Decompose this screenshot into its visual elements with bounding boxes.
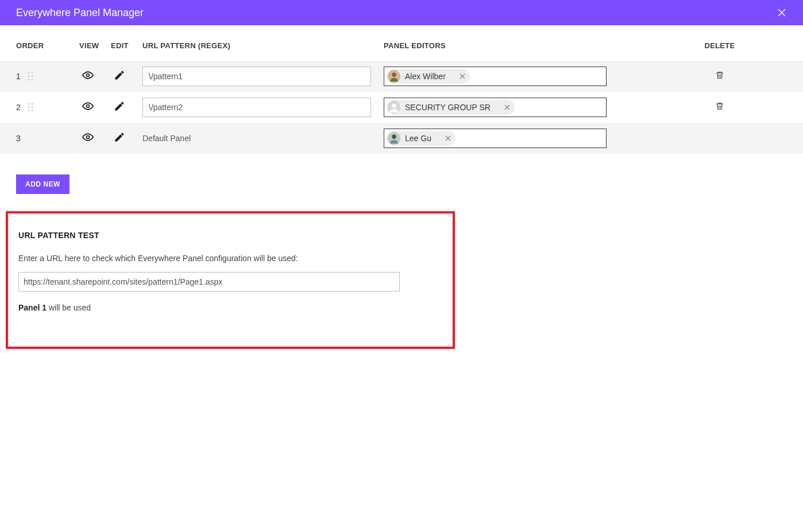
table-row: 1 Alex Wilber [0, 61, 803, 92]
order-cell: 3 [16, 134, 79, 143]
test-panel-description: Enter a URL here to check which Everywhe… [18, 254, 442, 263]
eye-icon[interactable] [79, 100, 96, 112]
order-number: 2 [16, 103, 21, 112]
chip-remove-icon[interactable] [445, 135, 451, 141]
order-number: 1 [16, 72, 21, 81]
add-new-button[interactable]: ADD NEW [16, 174, 70, 194]
avatar [388, 132, 400, 145]
svg-point-18 [31, 107, 33, 108]
drag-handle-icon[interactable] [28, 72, 33, 81]
url-pattern-input[interactable] [142, 98, 371, 117]
dialog-header: Everywhere Panel Manager [0, 0, 803, 25]
panel-editors-picker[interactable]: Alex Wilber [384, 67, 607, 86]
test-panel-title: URL PATTERN TEST [18, 231, 442, 240]
svg-point-20 [31, 110, 33, 112]
trash-icon[interactable] [715, 101, 724, 111]
url-pattern-test-panel: URL PATTERN TEST Enter a URL here to che… [6, 211, 455, 349]
table-header-row: ORDER VIEW EDIT URL PATTERN (REGEX) PANE… [0, 33, 803, 57]
drag-handle-icon[interactable] [28, 103, 33, 112]
pencil-icon[interactable] [111, 69, 128, 81]
test-result-suffix: will be used [47, 303, 91, 312]
test-result-text: Panel 1 will be used [18, 303, 442, 312]
avatar [388, 101, 400, 114]
svg-point-16 [31, 103, 33, 105]
svg-point-19 [28, 110, 29, 112]
svg-point-7 [31, 79, 33, 81]
table-row: 3 Default Panel Lee Gu [0, 123, 803, 154]
order-cell: 2 [16, 103, 79, 112]
url-pattern-text: Default Panel [142, 134, 191, 143]
editor-name: SECURITY GROUP SR [405, 103, 491, 112]
col-header-view: VIEW [79, 41, 111, 50]
svg-point-2 [28, 72, 29, 74]
col-header-panel-editors: PANEL EDITORS [384, 41, 642, 50]
svg-point-28 [87, 136, 90, 139]
svg-point-6 [28, 79, 29, 81]
panel-editors-picker[interactable]: Lee Gu [384, 129, 607, 148]
editor-name: Alex Wilber [405, 72, 446, 81]
col-header-url-pattern: URL PATTERN (REGEX) [142, 41, 384, 50]
svg-point-3 [31, 72, 33, 74]
test-result-panel-name: Panel 1 [18, 303, 47, 312]
svg-point-8 [87, 74, 90, 77]
svg-point-5 [31, 76, 33, 77]
chip-remove-icon[interactable] [460, 73, 465, 79]
test-url-input[interactable] [18, 272, 400, 292]
panels-table: ORDER VIEW EDIT URL PATTERN (REGEX) PANE… [0, 33, 803, 154]
svg-point-15 [28, 103, 29, 105]
col-header-order: ORDER [16, 41, 79, 50]
svg-point-10 [392, 73, 396, 77]
table-row: 2 SECURITY GROU [0, 92, 803, 123]
table-body: 1 Alex Wilber [0, 61, 803, 154]
url-pattern-input[interactable] [142, 67, 371, 86]
svg-point-23 [392, 103, 396, 108]
chip-remove-icon[interactable] [504, 104, 510, 110]
svg-point-4 [28, 76, 29, 77]
order-cell: 1 [16, 72, 79, 81]
editor-chip: SECURITY GROUP SR [387, 100, 515, 115]
editor-name: Lee Gu [405, 134, 431, 143]
svg-point-30 [392, 135, 396, 139]
dialog-title: Everywhere Panel Manager [16, 7, 144, 19]
editor-chip: Alex Wilber [387, 69, 470, 84]
close-icon[interactable] [777, 7, 787, 18]
pencil-icon[interactable] [111, 131, 128, 143]
col-header-delete: DELETE [642, 41, 797, 50]
col-header-edit: EDIT [111, 41, 142, 50]
order-number: 3 [16, 134, 21, 143]
panel-editors-picker[interactable]: SECURITY GROUP SR [384, 98, 607, 117]
avatar [388, 70, 400, 83]
svg-point-17 [28, 107, 29, 108]
eye-icon[interactable] [79, 131, 96, 143]
editor-chip: Lee Gu [387, 131, 455, 146]
pencil-icon[interactable] [111, 100, 128, 112]
trash-icon[interactable] [715, 70, 724, 80]
svg-point-21 [87, 105, 90, 108]
eye-icon[interactable] [79, 69, 96, 81]
